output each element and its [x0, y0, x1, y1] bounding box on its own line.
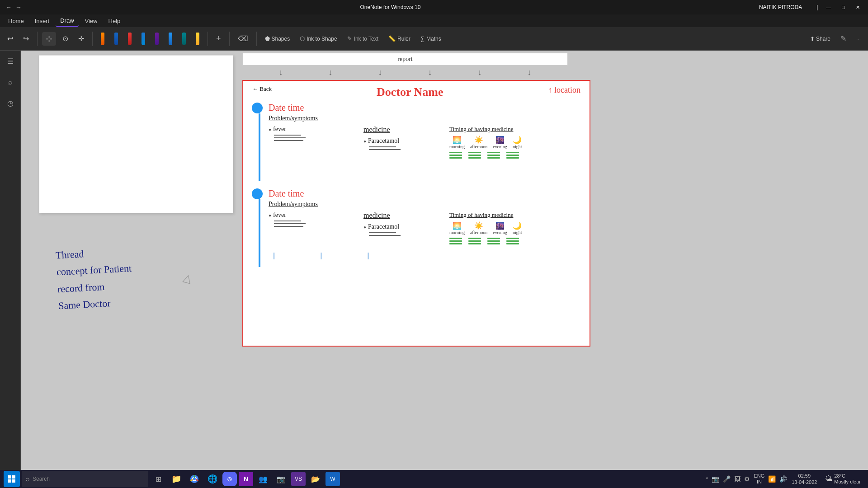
camera-icon[interactable]: 📷 [712, 475, 719, 483]
ink-to-shape-label: Ink to Shape [307, 36, 337, 42]
arrow-5: ↓ [478, 68, 482, 77]
separator-3 [208, 32, 208, 46]
canvas-area[interactable]: report ↓ ↓ ↓ ↓ ↓ ↓ ← Back Doctor Name ↑ … [21, 51, 868, 470]
section2: Date time Problem/symptoms ● fever [243, 188, 590, 267]
taskbar: ⌕ Search ⊞ 📁 🌐 ⊚ N 👥 📷 VS 📂 W ^ 📷 🎤 [0, 470, 868, 488]
volume-icon[interactable]: 🔊 [779, 475, 787, 483]
photos-button[interactable]: 📷 [273, 471, 289, 487]
user-name: NAITIK PITRODA [759, 4, 802, 10]
share-button[interactable]: ⬆ Share [807, 34, 834, 44]
top-note: report [242, 53, 568, 66]
separator-4 [229, 32, 230, 46]
arrow-1: ↓ [279, 68, 283, 77]
discord-button[interactable]: ⊚ [222, 472, 237, 486]
close-button[interactable]: ✕ [853, 4, 863, 11]
pen-mode-button[interactable]: ✎ [837, 33, 850, 45]
arrow-3: ↓ [378, 68, 382, 77]
medicine-label-2: medicine [363, 211, 436, 220]
taskbar-search-button[interactable]: ⌕ Search [22, 471, 148, 487]
ink-to-shape-button[interactable]: ⬡ Ink to Shape [296, 33, 340, 44]
network-icon[interactable]: 📶 [768, 475, 776, 483]
chrome-button[interactable] [186, 471, 203, 487]
svg-rect-2 [8, 479, 11, 483]
section1-columns: ● fever medicine [269, 126, 582, 159]
back-arrow[interactable]: ← [5, 4, 12, 11]
photo-icon[interactable]: 🖼 [734, 475, 741, 483]
pen-blue1[interactable] [138, 31, 149, 47]
timing-label-1: Timing of having medicine [449, 126, 549, 133]
evening-icon: 🌆 evening [493, 136, 507, 149]
timing-icons-1: 🌅 morning ☀️ afternoon 🌆 [449, 136, 549, 149]
maths-label: Maths [426, 36, 441, 42]
weather-desc: Mostly clear [834, 479, 861, 485]
eraser-button[interactable]: ⌫ [234, 33, 252, 45]
svg-rect-0 [8, 475, 11, 479]
svg-rect-3 [12, 479, 15, 483]
section1-content: Date time Problem/symptoms ● fever [269, 103, 582, 181]
pen-darkblue[interactable] [111, 31, 122, 47]
pen-teal[interactable] [179, 31, 189, 47]
undo-button[interactable]: ↩ [4, 33, 17, 45]
settings-icon[interactable]: ⚙ [744, 475, 750, 483]
file-explorer-button[interactable]: 📁 [168, 471, 184, 487]
teams-button[interactable]: 👥 [255, 471, 271, 487]
history-icon[interactable]: ◷ [5, 96, 16, 110]
shapes-button[interactable]: ⬟ Shapes [261, 33, 294, 44]
start-button[interactable] [4, 471, 20, 487]
search-placeholder: Search [33, 476, 50, 482]
move-tool[interactable]: ✛ [75, 33, 88, 45]
redo-button[interactable]: ↪ [19, 33, 33, 45]
language-indicator[interactable]: ENG IN [754, 473, 764, 485]
section1: Date time Problem/symptoms ● fever [243, 99, 590, 185]
shapes-label: Shapes [272, 36, 290, 42]
menu-view[interactable]: View [80, 16, 102, 26]
tray-arrow[interactable]: ^ [706, 476, 708, 482]
section1-medicine: medicine ● Paracetamol [363, 126, 436, 159]
search-icon[interactable]: ⌕ [5, 75, 15, 89]
time-display: 02:59 [798, 473, 811, 479]
medicine-name-1: Paracetamol [368, 137, 399, 145]
pen-orange[interactable] [97, 31, 108, 47]
date-display: 13-04-2022 [792, 479, 817, 485]
menu-help[interactable]: Help [104, 16, 125, 26]
more-button[interactable]: ··· [853, 34, 864, 44]
files-button[interactable]: 📂 [307, 471, 324, 487]
arrow-2: ↓ [329, 68, 333, 77]
lasso-tool[interactable]: ⊙ [59, 33, 72, 45]
add-pen-button[interactable]: + [212, 32, 225, 45]
menu-insert[interactable]: Insert [30, 16, 54, 26]
task-view-button[interactable]: ⊞ [150, 471, 166, 487]
clock[interactable]: 02:59 13-04-2022 [791, 473, 818, 486]
pages-icon[interactable]: ☰ [5, 54, 16, 68]
onenote-button[interactable]: N [239, 472, 253, 486]
word-button[interactable]: W [326, 472, 340, 486]
afternoon-icon-2: ☀️ afternoon [470, 221, 487, 235]
minimize-button[interactable]: — [823, 4, 834, 11]
menu-draw[interactable]: Draw [56, 15, 78, 27]
window-controls: — □ ✕ [823, 4, 863, 11]
pen-purple[interactable] [151, 31, 162, 47]
ink-to-text-button[interactable]: ✎ Ink to Text [344, 33, 382, 44]
pen-blue2[interactable] [165, 31, 176, 47]
triangle-arrow: △ [182, 271, 193, 286]
section2-medicine: medicine ● Paracetamol [363, 211, 436, 244]
maths-button[interactable]: ∑ Maths [417, 33, 445, 44]
edge-button[interactable]: 🌐 [204, 471, 221, 487]
menu-home[interactable]: Home [4, 16, 28, 26]
notebook-panel [39, 55, 233, 213]
note-header: ← Back Doctor Name ↑ location [243, 81, 590, 99]
pen-yellow[interactable] [192, 31, 203, 47]
vs-button[interactable]: VS [291, 472, 306, 486]
maximize-button[interactable]: □ [839, 4, 848, 11]
select-tool[interactable]: ⊹ [42, 32, 56, 46]
section2-problem: Problem/symptoms [269, 201, 582, 208]
section2-datetime: Date time [269, 188, 582, 199]
weather-widget[interactable]: 🌤 28°C Mostly clear [821, 473, 864, 485]
forward-arrow[interactable]: → [15, 4, 22, 11]
ruler-button[interactable]: 📏 Ruler [385, 33, 414, 44]
separator-2 [92, 32, 93, 46]
section2-columns: ● fever medicine [269, 211, 582, 244]
mic-icon[interactable]: 🎤 [723, 475, 731, 483]
pen-red[interactable] [124, 31, 135, 47]
lang-label: ENG [754, 473, 764, 479]
